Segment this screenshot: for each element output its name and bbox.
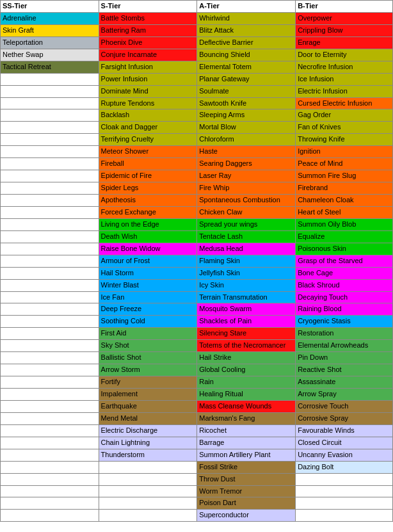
table-row: Skin GraftBattering RamBlitz AttackCripp… [1, 24, 393, 36]
cell-b: Ignition [296, 146, 393, 158]
cell-ss [1, 376, 99, 389]
cell-s [99, 510, 197, 522]
table-row: Fossil StrikeDazing Bolt [1, 461, 393, 473]
cell-s: Ballistic Shot [99, 352, 197, 364]
table-row: TeleportationPhoenix DiveDeflective Barr… [1, 36, 393, 49]
cell-ss [1, 218, 99, 230]
cell-b: Dazing Bolt [296, 461, 393, 473]
cell-s: Cloak and Dagger [99, 122, 197, 134]
cell-ss [1, 109, 99, 122]
cell-s: Epidemic of Fire [99, 170, 197, 182]
cell-s: Fortify [99, 376, 197, 389]
cell-s: Death Wish [99, 230, 197, 243]
cell-b: Black Shroud [296, 279, 393, 291]
cell-a: Summon Artillery Plant [197, 449, 296, 461]
cell-ss [1, 279, 99, 291]
cell-ss [1, 97, 99, 109]
table-row: BacklashSleeping ArmsGag Order [1, 109, 393, 122]
cell-s [99, 461, 197, 473]
cell-s [99, 485, 197, 497]
table-row: Chain LightningBarrageClosed Circuit [1, 437, 393, 449]
cell-a: Healing Ritual [197, 389, 296, 401]
cell-b: Arrow Spray [296, 389, 393, 401]
table-row: ImpalementHealing RitualArrow Spray [1, 389, 393, 401]
table-row: Epidemic of FireLaser RaySummon Fire Slu… [1, 170, 393, 182]
cell-b: Firebrand [296, 182, 393, 195]
cell-a: Mosquito Swarm [197, 303, 296, 316]
cell-b: Reactive Shot [296, 364, 393, 376]
cell-b [296, 497, 393, 510]
cell-a: Global Cooling [197, 364, 296, 376]
cell-ss [1, 195, 99, 207]
cell-b: Equalize [296, 230, 393, 243]
table-row: First AidSilencing StareRestoration [1, 328, 393, 340]
cell-ss [1, 497, 99, 510]
cell-b: Grasp of the Starved [296, 255, 393, 267]
cell-s: Forced Exchange [99, 206, 197, 218]
table-row: Sky ShotTotems of the NecromancerElement… [1, 340, 393, 352]
cell-b: Restoration [296, 328, 393, 340]
cell-s: Rupture Tendons [99, 97, 197, 109]
table-row: Cloak and DaggerMortal BlowFan of Knives [1, 122, 393, 134]
cell-a: Tentacle Lash [197, 230, 296, 243]
cell-s: Phoenix Dive [99, 36, 197, 49]
cell-ss: Teleportation [1, 36, 99, 49]
cell-ss [1, 389, 99, 401]
cell-b: Overpower [296, 12, 393, 24]
table-row: Soothing ColdShackles of PainCryogenic S… [1, 316, 393, 328]
cell-b: Heart of Steel [296, 206, 393, 218]
cell-a: Searing Daggers [197, 158, 296, 170]
cell-a: Shackles of Pain [197, 316, 296, 328]
cell-a: Poison Dart [197, 497, 296, 510]
cell-s: Earthquake [99, 400, 197, 412]
cell-ss [1, 255, 99, 267]
cell-ss [1, 352, 99, 364]
cell-b: Cryogenic Stasis [296, 316, 393, 328]
table-row: Hail StormJellyfish SkinBone Cage [1, 267, 393, 279]
header-ss: SS-Tier [1, 1, 99, 13]
cell-a: Fire Whip [197, 182, 296, 195]
cell-s: Impalement [99, 389, 197, 401]
table-row: AdrenalineBattle StombsWhirlwindOverpowe… [1, 12, 393, 24]
table-row: Rupture TendonsSawtooth KnifeCursed Elec… [1, 97, 393, 109]
cell-ss [1, 340, 99, 352]
cell-a: Laser Ray [197, 170, 296, 182]
cell-b: Decaying Touch [296, 291, 393, 303]
cell-ss [1, 424, 99, 437]
cell-b: Cursed Electric Infusion [296, 97, 393, 109]
cell-ss [1, 122, 99, 134]
tier-list-table: SS-Tier S-Tier A-Tier B-Tier AdrenalineB… [0, 0, 393, 522]
cell-a: Whirlwind [197, 12, 296, 24]
cell-s: First Aid [99, 328, 197, 340]
cell-s: Ice Fan [99, 291, 197, 303]
cell-s: Chain Lightning [99, 437, 197, 449]
cell-s: Terrifying Cruelty [99, 134, 197, 146]
cell-a: Ricochet [197, 424, 296, 437]
cell-b: Summon Oily Blob [296, 218, 393, 230]
cell-a: Elemental Totem [197, 61, 296, 73]
cell-ss [1, 364, 99, 376]
cell-ss [1, 170, 99, 182]
cell-s: Hail Storm [99, 267, 197, 279]
cell-s: Mend Metal [99, 412, 197, 424]
cell-s [99, 497, 197, 510]
header-a: A-Tier [197, 1, 296, 13]
table-row: Ballistic ShotHail StrikePin Down [1, 352, 393, 364]
cell-b: Uncanny Evasion [296, 449, 393, 461]
cell-s: Arrow Storm [99, 364, 197, 376]
cell-ss [1, 146, 99, 158]
cell-ss [1, 473, 99, 485]
cell-ss [1, 510, 99, 522]
cell-a: Superconductor [197, 510, 296, 522]
table-row: Power InfusionPlanar GatewayIce Infusion [1, 73, 393, 85]
table-row: Electric DischargeRicochetFavourable Win… [1, 424, 393, 437]
cell-a: Silencing Stare [197, 328, 296, 340]
cell-b: Gag Order [296, 109, 393, 122]
table-row: Dominate MindSoulmateElectric Infusion [1, 85, 393, 97]
table-row: Armour of FrostFlaming SkinGrasp of the … [1, 255, 393, 267]
cell-a: Spread your wings [197, 218, 296, 230]
cell-ss [1, 134, 99, 146]
cell-ss [1, 85, 99, 97]
table-row: Forced ExchangeChicken ClawHeart of Stee… [1, 206, 393, 218]
cell-s: Spider Legs [99, 182, 197, 195]
